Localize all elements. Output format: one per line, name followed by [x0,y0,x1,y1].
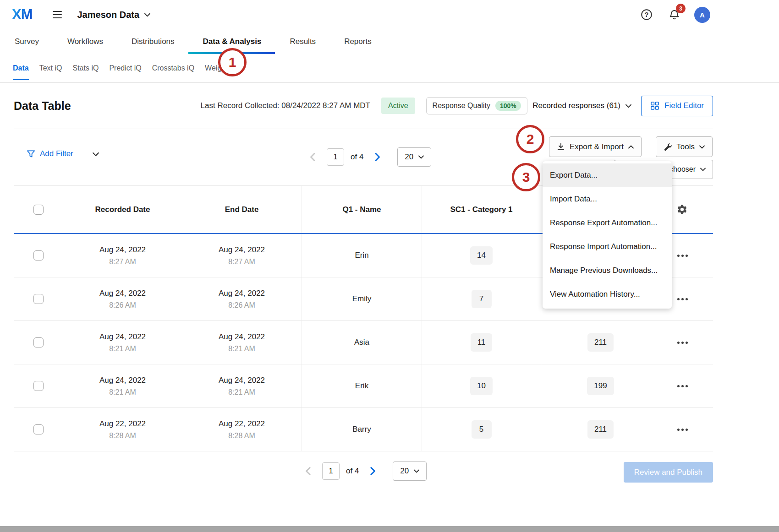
chevron-down-icon [625,104,631,108]
recorded-date: Aug 24, 2022 [99,245,146,255]
chevron-down-icon [700,168,706,171]
row-checkbox[interactable] [33,337,44,347]
recorded-date: Aug 24, 2022 [99,376,146,385]
app-window: XM Jameson Data ? [0,0,779,532]
notifications-button[interactable]: 3 [667,7,681,22]
gear-icon [676,204,688,215]
export-import-label: Export & Import [570,142,624,152]
page-count-label: of 4 [351,152,363,162]
add-filter-label: Add Filter [40,149,73,158]
menu-item-response-export-automation[interactable]: Response Export Automation... [543,211,672,235]
add-filter-button[interactable]: Add Filter [27,149,73,158]
sc1-category1-value: 14 [470,246,493,265]
field-editor-button[interactable]: Field Editor [641,96,713,116]
top-pagination: 1 of 4 20 [305,147,431,167]
row-actions-button[interactable] [676,252,689,260]
notification-count-badge: 3 [676,4,686,13]
page-number-input[interactable]: 1 [322,462,340,480]
tab-reports[interactable]: Reports [344,29,372,54]
next-page-button[interactable] [370,149,385,165]
menu-item-manage-previous-downloads[interactable]: Manage Previous Downloads... [543,259,672,282]
tab-workflows[interactable]: Workflows [67,29,103,54]
menu-item-export-data[interactable]: Export Data... [543,163,672,187]
recorded-time: 8:21 AM [109,345,136,353]
row-checkbox[interactable] [33,294,44,304]
page-size-select[interactable]: 20 [397,147,431,167]
row-checkbox[interactable] [33,381,44,391]
end-time: 8:28 AM [228,432,255,440]
chevron-down-icon [699,145,705,149]
row-actions-button[interactable] [676,295,689,303]
q1-name-value: Erik [355,381,368,391]
end-date: Aug 22, 2022 [219,419,265,429]
tab-survey[interactable]: Survey [15,29,39,54]
chevron-down-icon [418,155,424,159]
page-number-input[interactable]: 1 [327,148,344,166]
menu-item-response-import-automation[interactable]: Response Import Automation... [543,235,672,259]
tab-distributions[interactable]: Distributions [132,29,175,54]
end-time: 8:27 AM [228,258,255,266]
q1-name-value: Barry [352,425,371,434]
prev-page-button[interactable] [305,149,320,165]
chevron-down-icon [144,13,150,17]
page-header-status: Last Record Collected: 08/24/2022 8:27 A… [201,97,527,114]
subtab-predict-iq[interactable]: Predict iQ [109,54,141,82]
recorded-time: 8:26 AM [109,301,136,309]
recorded-responses-label: Recorded responses (61) [532,101,620,110]
table-row: Aug 22, 2022 8:28 AM Aug 22, 2022 8:28 A… [14,408,713,451]
end-time: 8:21 AM [228,345,255,353]
sc1-category1-value: 7 [472,290,492,308]
xm-logo[interactable]: XM [12,6,33,23]
select-all-checkbox[interactable] [33,205,44,215]
wrench-icon [664,143,672,151]
menu-item-view-automation-history[interactable]: View Automation History... [543,282,672,306]
tab-results[interactable]: Results [290,29,316,54]
avatar[interactable]: A [694,7,710,23]
chevron-down-icon [414,469,419,473]
next-page-button[interactable] [365,463,381,479]
last-record-collected: Last Record Collected: 08/24/2022 8:27 A… [201,101,370,110]
row-actions-button[interactable] [676,339,689,347]
row-actions-button[interactable] [676,382,689,390]
subtab-data[interactable]: Data [13,54,29,82]
subtab-crosstabs-iq[interactable]: Crosstabs iQ [152,54,194,82]
sc1-category2-value: 211 [587,333,614,352]
row-checkbox[interactable] [33,250,44,261]
page-size-select[interactable]: 20 [393,461,427,481]
help-icon: ? [645,11,649,18]
q1-name-value: Emily [352,294,372,304]
row-actions-button[interactable] [676,426,689,434]
top-bar-actions: ? 3 A [639,7,710,23]
tools-button[interactable]: Tools [656,136,713,157]
chevron-up-icon [628,145,634,149]
bottom-pagination: 1 of 4 20 [300,461,427,481]
sub-nav: Data Text iQ Stats iQ Predict iQ Crossta… [0,54,779,83]
review-and-publish-button[interactable]: Review and Publish [624,462,713,483]
column-header-end-date: End Date [225,205,259,214]
table-settings-button[interactable] [676,204,688,215]
annotation-step-1: 1 [218,48,247,76]
tools-label: Tools [676,142,695,152]
export-import-button[interactable]: Export & Import [549,136,642,157]
grid-icon [650,101,659,110]
project-switcher[interactable]: Jameson Data [77,10,151,20]
recorded-date: Aug 22, 2022 [99,419,146,429]
download-icon [557,143,565,151]
subtab-text-iq[interactable]: Text iQ [39,54,62,82]
end-date: Aug 24, 2022 [219,245,265,255]
filter-options-chevron[interactable] [93,152,99,157]
column-header-q1-name: Q1 - Name [342,205,381,214]
response-quality-pill[interactable]: Response Quality 100% [426,97,527,114]
subtab-stats-iq[interactable]: Stats iQ [72,54,99,82]
status-badge[interactable]: Active [381,98,415,114]
menu-item-import-data[interactable]: Import Data... [543,187,672,211]
help-button[interactable]: ? [639,7,654,22]
recorded-responses-dropdown[interactable]: Recorded responses (61) [532,101,631,110]
row-checkbox[interactable] [33,424,44,434]
hamburger-menu-icon[interactable] [51,9,64,21]
table-row: Aug 24, 2022 8:21 AM Aug 24, 2022 8:21 A… [14,364,713,408]
recorded-time: 8:21 AM [109,388,136,396]
recorded-date: Aug 24, 2022 [99,289,146,298]
bottom-edge-bar [0,526,779,532]
prev-page-button[interactable] [300,463,316,479]
